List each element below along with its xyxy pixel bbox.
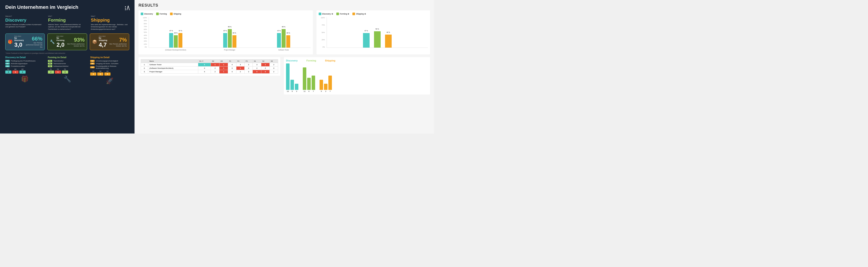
score-label-small-d: Dein Wert xyxy=(14,35,24,37)
table-cell: 0 xyxy=(261,70,270,74)
detail-text-f1: Teamstruktur xyxy=(53,60,63,62)
detail-item-s2: S2 Umgang mit techn. Schulden xyxy=(90,63,129,65)
table-cell: 3 xyxy=(236,63,244,67)
bar-fill xyxy=(277,33,281,47)
bottom-bar-fill xyxy=(290,80,294,90)
legend-shipping: Shipping xyxy=(170,12,181,15)
table-cell: Software Tester xyxy=(148,63,198,67)
bottom-left: Name D1 ▼ D2 D3 F1 F2 F3 S1 S2 S3 xyxy=(138,57,280,95)
table-cell: 1 xyxy=(219,70,228,74)
cat-name-forming: Forming xyxy=(48,18,87,23)
bottom-bar-value: 11 xyxy=(304,90,306,92)
bottom-bar-fill xyxy=(307,78,311,90)
mini-legend-dot-forming xyxy=(336,12,339,15)
bottom-header-shipping: Shipping xyxy=(325,59,335,62)
right-bottom: Name D1 ▼ D2 D3 F1 F2 F3 S1 S2 S3 xyxy=(138,57,430,95)
bar: 40 % xyxy=(174,35,178,47)
th-f3: F3 xyxy=(244,60,252,63)
table-cell: 2 xyxy=(253,67,261,70)
x-labels: (Software Developer/Architect)Project Ma… xyxy=(149,48,311,52)
bottom-bar-wrapper: 11 xyxy=(303,67,306,92)
badge-d2: D2 xyxy=(5,63,10,65)
bottom-right-chart: Discovery Forming Shipping 13531167537 xyxy=(284,57,430,95)
bottom-bar-fill xyxy=(312,75,315,90)
x-label: (Software Developer/Architect) xyxy=(149,48,203,52)
bottom-header-forming: Forming xyxy=(307,59,316,62)
legend-dot-forming xyxy=(156,12,159,15)
bottom-bar-wrapper: 6 xyxy=(307,78,311,92)
legend-discovery: Discovery xyxy=(141,12,153,15)
table-cell: 2 xyxy=(270,63,278,67)
shipping-score-icon: 📦 xyxy=(92,39,97,44)
detail-title-discovery: Discovery im Detail xyxy=(5,56,44,59)
bottom-bar-wrapper: 5 xyxy=(319,80,323,92)
mini-bar: 53 % xyxy=(374,31,381,47)
bar-fill xyxy=(169,33,173,47)
sub-header-s: S1 S2 S3 xyxy=(90,70,129,72)
score-pct-s: 7% xyxy=(109,37,127,43)
badge-s1: S1 xyxy=(90,60,95,62)
table-cell: 3 xyxy=(244,70,252,74)
cat-label-warum: Warum? xyxy=(5,15,44,17)
bar-value-label: 47 % xyxy=(169,30,173,32)
th-d2: D2 xyxy=(211,60,219,63)
bottom-header-discovery: Discovery xyxy=(286,59,298,62)
main-title: Dein Unternehmen im Vergleich xyxy=(5,4,78,10)
sub-val-f1: 2 xyxy=(48,70,54,74)
badge-f1: F1 xyxy=(48,60,52,62)
cat-label-wie: Wie? xyxy=(48,15,87,17)
main-chart-area: 100% 90% 80% 70% 60% 50% 40% 30% 20% 10%… xyxy=(141,17,311,52)
category-shipping: Was? Shipping Wie sieht die Implementier… xyxy=(91,15,129,30)
th-s1: S1 xyxy=(253,60,261,63)
mini-bar-fill xyxy=(363,33,370,47)
score-right-shipping: 7% Der Firmen performen besser als Du xyxy=(109,37,127,47)
chart-y-labels: 100% 90% 80% 70% 60% 50% 40% 30% 20% 10%… xyxy=(141,17,148,48)
bar: 60 % xyxy=(282,29,286,47)
table-cell: 2 xyxy=(270,70,278,74)
sub-header-d2: D2 xyxy=(12,68,19,70)
table-cell: 1 xyxy=(261,63,270,67)
table-cell: 3 xyxy=(228,67,236,70)
detail-shipping: Shipping im Detail S1 Umsetzungsgeschwin… xyxy=(90,56,129,85)
bar-fill xyxy=(178,33,182,47)
bar: 47 % xyxy=(223,33,227,47)
sub-val-s2: 5 xyxy=(97,72,103,75)
score-left-forming: Dein Wert für Forming 2,0 xyxy=(57,35,64,48)
detail-title-forming: Forming im Detail xyxy=(48,56,87,59)
score-value-f: 2,0 xyxy=(57,41,64,48)
legend-label-shipping: Shipping xyxy=(174,13,181,15)
detail-text-f2: Teamautonomie xyxy=(53,63,66,65)
sub-val-d2: 1 xyxy=(12,70,19,74)
th-d1: D1 ▼ xyxy=(198,60,211,63)
table-cell: 2. xyxy=(141,67,148,70)
table-cell: 5 xyxy=(198,63,211,67)
badge-s2: S2 xyxy=(90,63,95,65)
sub-val-d1: 4 xyxy=(5,70,11,74)
bottom-bar-value: 13 xyxy=(287,90,289,92)
left-panel: Dein Unternehmen im Vergleich ⫶/\ Warum?… xyxy=(0,0,134,133)
bottom-bar-value: 7 xyxy=(330,90,331,92)
table-cell: (Software Developer/Architect) xyxy=(148,67,198,70)
sub-val-s3: 5 xyxy=(104,72,111,75)
table-cell: 1 xyxy=(211,63,219,67)
detail-item-d2: D2 Anforderungsanalyse xyxy=(5,63,44,65)
table-section: Name D1 ▼ D2 D3 F1 F2 F3 S1 S2 S3 xyxy=(138,57,280,76)
data-table: Name D1 ▼ D2 D3 F1 F2 F3 S1 S2 S3 xyxy=(141,59,278,74)
mini-legend-discovery: Discovery ⊕ xyxy=(319,12,333,15)
sub-scores-s: S1 S2 S3 4 5 5 xyxy=(90,70,129,75)
cat-desc-forming: Welche Team- und Softwarearchitektur ist… xyxy=(48,24,87,30)
bar-fill xyxy=(282,29,286,47)
table-cell: 2 xyxy=(244,63,252,67)
icon-forming: 🔧 xyxy=(48,75,87,82)
legend-label-discovery: Discovery xyxy=(144,13,153,15)
cat-name-shipping: Shipping xyxy=(91,18,129,23)
mini-bar-label: 42 % xyxy=(386,32,390,33)
icon-shipping: 🚀 xyxy=(90,77,129,85)
score-label-title-d: für Discovery xyxy=(14,37,24,41)
sub-header-f1: F1 xyxy=(48,68,54,70)
mini-chart-legend: Discovery ⊕ Forming ⊕ Shipping ⊕ xyxy=(319,12,428,15)
mini-bars-area: 47 %53 %42 % xyxy=(327,17,428,48)
bottom-section-headers: Discovery Forming Shipping xyxy=(286,59,428,62)
sub-val-s1: 4 xyxy=(90,72,96,75)
bar-value-label: 40 % xyxy=(174,32,178,34)
